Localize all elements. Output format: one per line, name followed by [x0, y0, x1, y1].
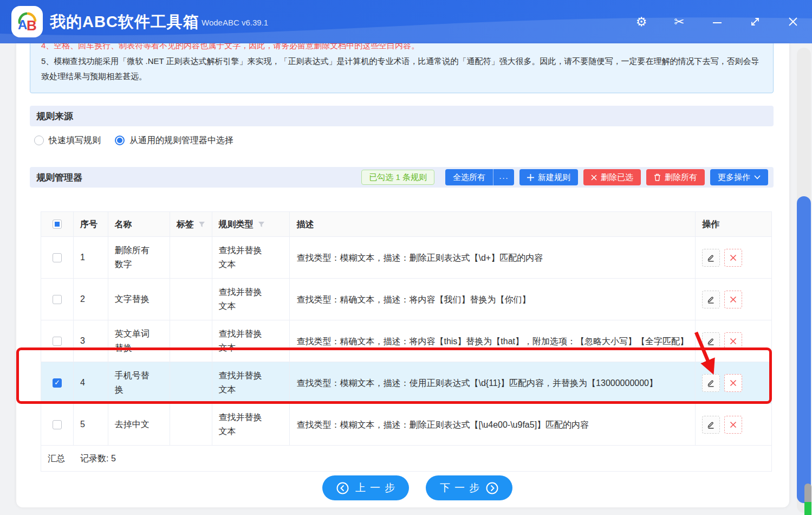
rule-name: 手机号替换	[108, 362, 170, 403]
selected-count-badge: 已勾选 1 条规则	[361, 170, 434, 185]
corner-mini-scrollbar[interactable]	[804, 484, 811, 515]
corner-scroll-gray-segment	[804, 484, 811, 502]
pencil-icon	[706, 295, 716, 304]
delete-rule-button[interactable]	[724, 374, 742, 392]
row-checkbox[interactable]	[53, 295, 62, 304]
rule-name: 文字替换	[108, 279, 170, 320]
plus-icon	[527, 174, 534, 181]
svg-text:A: A	[18, 17, 27, 32]
edit-rule-button[interactable]	[702, 374, 720, 392]
radio-circle-icon	[34, 136, 44, 145]
rule-type: 查找并替换文本	[212, 279, 290, 320]
main-panel: 4、空格、回车换行、制表符等看不见的内容也属于文字，因此，请务必留意删除文档中的…	[16, 43, 789, 507]
next-step-button[interactable]: 下一步	[426, 475, 512, 500]
new-rule-button[interactable]: 新建规则	[519, 169, 578, 185]
notice-body-text: 5、模糊查找功能采用「微软 .NET 正则表达式解析引擎」来实现，「正则表达式」…	[41, 54, 762, 84]
rule-name: 删除所有数字	[108, 237, 170, 278]
rule-description: 查找类型：模糊文本，描述：删除正则表达式【[\u4e00-\u9fa5]】匹配的…	[290, 404, 696, 445]
rule-name: 英文单词替换	[108, 320, 170, 362]
edit-rule-button[interactable]	[702, 416, 720, 434]
row-checkbox[interactable]	[53, 378, 62, 388]
header-index: 序号	[74, 212, 108, 236]
more-actions-button[interactable]: 更多操作	[710, 169, 768, 185]
rule-manager-title: 规则管理器	[36, 171, 82, 184]
edit-rule-button[interactable]	[702, 332, 720, 350]
rule-tag	[170, 279, 212, 320]
header-actions: 操作	[696, 212, 771, 236]
delete-rule-button[interactable]	[724, 332, 742, 350]
rule-type: 查找并替换文本	[212, 362, 290, 403]
pencil-icon	[706, 420, 716, 429]
rule-source-options: 快速填写规则 从通用的规则管理器中选择	[34, 133, 233, 148]
rule-type: 查找并替换文本	[212, 320, 290, 362]
select-all-checkbox[interactable]	[53, 220, 62, 229]
trash-icon	[654, 173, 661, 181]
tag-filter-funnel-icon[interactable]	[198, 221, 205, 228]
edit-rule-button[interactable]	[702, 291, 720, 308]
minimize-icon[interactable]	[698, 0, 736, 43]
scissors-icon[interactable]: ✂	[660, 0, 698, 43]
radio-quick-fill[interactable]: 快速填写规则	[34, 135, 101, 146]
rule-manager-section-header: 规则管理器 已勾选 1 条规则 全选所有 ··· 新建规则 删除已选 删除所有 …	[30, 167, 774, 188]
close-icon[interactable]	[774, 0, 812, 43]
app-title: 我的ABC软件工具箱	[50, 11, 199, 33]
radio-from-rule-manager[interactable]: 从通用的规则管理器中选择	[115, 135, 233, 146]
row-checkbox[interactable]	[53, 420, 62, 429]
rule-type: 查找并替换文本	[212, 237, 290, 278]
vertical-scrollbar-thumb[interactable]	[797, 196, 811, 503]
row-checkbox[interactable]	[53, 337, 62, 346]
settings-gear-icon[interactable]: ⚙	[622, 0, 660, 43]
svg-text:B: B	[27, 17, 37, 34]
table-row: 2 文字替换 查找并替换文本 查找类型：精确文本，描述：将内容【我们】替换为【你…	[41, 279, 771, 320]
rule-tag	[170, 362, 212, 403]
x-icon	[730, 254, 737, 261]
type-filter-funnel-icon[interactable]	[258, 221, 265, 228]
delete-rule-button[interactable]	[724, 249, 742, 267]
pencil-icon	[706, 378, 716, 388]
rule-description: 查找类型：模糊文本，描述：删除正则表达式【\d+】匹配的内容	[290, 237, 696, 278]
radio-circle-icon	[115, 136, 125, 145]
table-row: 1 删除所有数字 查找并替换文本 查找类型：模糊文本，描述：删除正则表达式【\d…	[41, 237, 771, 279]
rule-tag	[170, 320, 212, 362]
summary-label: 汇总	[41, 446, 74, 471]
rule-name: 去掉中文	[108, 404, 170, 445]
delete-all-button[interactable]: 删除所有	[646, 169, 705, 185]
delete-rule-button[interactable]	[724, 416, 742, 434]
table-body: 1 删除所有数字 查找并替换文本 查找类型：模糊文本，描述：删除正则表达式【\d…	[41, 237, 771, 446]
rule-source-section-header: 规则来源	[30, 106, 774, 126]
vertical-scrollbar-track[interactable]	[797, 48, 811, 513]
select-all-button[interactable]: 全选所有	[445, 169, 493, 185]
pencil-icon	[706, 253, 716, 262]
resize-icon[interactable]	[736, 0, 774, 43]
row-index: 3	[74, 320, 108, 362]
select-all-more-dots-button[interactable]: ···	[493, 169, 514, 185]
rule-description: 查找类型：模糊文本，描述：使用正则表达式【\d{11}】匹配内容，并替换为【13…	[290, 362, 696, 403]
pencil-icon	[706, 337, 716, 346]
x-icon	[591, 175, 597, 181]
row-index: 2	[74, 279, 108, 320]
delete-rule-button[interactable]	[724, 291, 742, 308]
notice-box: 4、空格、回车换行、制表符等看不见的内容也属于文字，因此，请务必留意删除文档中的…	[30, 43, 774, 93]
header-tag: 标签	[170, 212, 212, 236]
summary-row: 汇总 记录数: 5	[41, 446, 771, 472]
prev-step-button[interactable]: 上一步	[322, 475, 409, 500]
rule-description: 查找类型：精确文本，描述：将内容【this】替换为【that】，附加选项：【忽略…	[290, 320, 696, 362]
edit-rule-button[interactable]	[702, 249, 720, 267]
row-checkbox[interactable]	[53, 253, 62, 262]
table-row: 5 去掉中文 查找并替换文本 查找类型：模糊文本，描述：删除正则表达式【[\u4…	[41, 404, 771, 446]
row-index: 1	[74, 237, 108, 278]
notice-clipped-line: 4、空格、回车换行、制表符等看不见的内容也属于文字，因此，请务必留意删除文档中的…	[41, 43, 762, 52]
app-logo: A B	[11, 6, 43, 37]
rule-type: 查找并替换文本	[212, 404, 290, 445]
row-index: 4	[74, 362, 108, 403]
app-version: WodeABC v6.39.1	[202, 18, 268, 27]
delete-selected-button[interactable]: 删除已选	[583, 169, 641, 185]
table-row: 4 手机号替换 查找并替换文本 查找类型：模糊文本，描述：使用正则表达式【\d{…	[41, 362, 771, 404]
rule-source-title: 规则来源	[36, 110, 73, 123]
x-icon	[730, 296, 737, 303]
summary-record-count: 记录数: 5	[74, 446, 121, 471]
circle-chevron-right-icon	[486, 482, 498, 494]
titlebar: A B 我的ABC软件工具箱 WodeABC v6.39.1 ⚙ ✂	[0, 0, 812, 43]
rule-tag	[170, 404, 212, 445]
x-icon	[730, 421, 737, 428]
